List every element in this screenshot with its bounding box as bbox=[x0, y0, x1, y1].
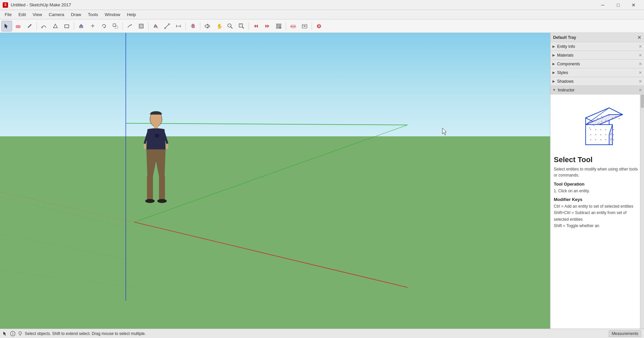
close-button[interactable]: ✕ bbox=[626, 0, 641, 10]
svg-text:i: i bbox=[12, 332, 13, 336]
tool-pushpull[interactable] bbox=[76, 21, 87, 31]
tool-eraser[interactable] bbox=[13, 21, 23, 31]
tool-pencil[interactable] bbox=[24, 21, 35, 31]
materials-arrow: ▶ bbox=[552, 53, 555, 57]
svg-rect-13 bbox=[139, 24, 143, 28]
svg-point-101 bbox=[605, 120, 606, 121]
svg-point-80 bbox=[600, 139, 601, 140]
shadows-label: Shadows bbox=[557, 79, 574, 84]
tool-description: Select entities to modify when using oth… bbox=[554, 166, 641, 178]
tray-section-instructor[interactable]: ▼ Instructor ✕ bbox=[550, 86, 644, 94]
titlebar: S Untitled - SketchUp Make 2017 ─ □ ✕ bbox=[0, 0, 644, 10]
svg-point-91 bbox=[613, 129, 614, 130]
svg-point-87 bbox=[589, 128, 590, 129]
materials-label: Materials bbox=[557, 53, 574, 58]
tool-scale[interactable] bbox=[110, 21, 121, 31]
tool-ruby[interactable]: R bbox=[314, 21, 324, 31]
menu-view[interactable]: View bbox=[29, 11, 45, 18]
tool-followme[interactable] bbox=[124, 21, 135, 31]
tray-section-entity-info[interactable]: ▶ Entity Info ✕ bbox=[550, 42, 644, 51]
styles-label: Styles bbox=[557, 70, 568, 75]
materials-close[interactable]: ✕ bbox=[639, 53, 642, 58]
svg-marker-34 bbox=[267, 24, 269, 28]
svg-point-69 bbox=[595, 129, 596, 130]
svg-point-24 bbox=[205, 25, 210, 27]
svg-line-29 bbox=[242, 27, 244, 28]
svg-point-71 bbox=[605, 129, 606, 130]
tool-title: Select Tool bbox=[554, 155, 641, 164]
tool-zoom-window[interactable] bbox=[236, 21, 247, 31]
instructor-close[interactable]: ✕ bbox=[639, 88, 642, 92]
styles-close[interactable]: ✕ bbox=[639, 70, 642, 75]
menu-file[interactable]: File bbox=[1, 11, 15, 18]
svg-point-108 bbox=[19, 332, 21, 334]
tool-move[interactable]: ✛ bbox=[87, 21, 98, 31]
tool-operation-title: Tool Operation bbox=[554, 182, 641, 187]
house-illustration bbox=[566, 98, 629, 151]
tray-section-shadows[interactable]: ▶ Shadows ✕ bbox=[550, 77, 644, 86]
components-label: Components bbox=[557, 62, 580, 66]
menu-draw[interactable]: Draw bbox=[68, 11, 85, 18]
svg-line-27 bbox=[231, 27, 232, 28]
svg-point-68 bbox=[590, 129, 591, 130]
tool-orbit[interactable] bbox=[202, 21, 213, 31]
tool-arc[interactable] bbox=[39, 21, 49, 31]
entity-info-close[interactable]: ✕ bbox=[639, 44, 642, 49]
tool-rectangle[interactable] bbox=[61, 21, 72, 31]
components-arrow: ▶ bbox=[552, 62, 555, 66]
tool-shapes[interactable] bbox=[50, 21, 61, 31]
tool-select[interactable] bbox=[1, 21, 12, 31]
tool-tape[interactable] bbox=[162, 21, 172, 31]
components-close[interactable]: ✕ bbox=[639, 62, 642, 66]
tool-standard-views[interactable] bbox=[273, 21, 284, 31]
tray-section-components[interactable]: ▶ Components ✕ bbox=[550, 60, 644, 68]
tray-scrollbar[interactable] bbox=[640, 94, 644, 329]
tray-section-materials[interactable]: ▶ Materials ✕ bbox=[550, 51, 644, 60]
svg-point-60 bbox=[145, 199, 155, 203]
tool-offset[interactable] bbox=[136, 21, 147, 31]
tool-rotate[interactable] bbox=[99, 21, 109, 31]
svg-point-76 bbox=[605, 134, 606, 135]
tool-nextview[interactable] bbox=[262, 21, 273, 31]
tool-pan[interactable]: ✋ bbox=[213, 21, 224, 31]
tool-dimension[interactable] bbox=[173, 21, 184, 31]
tray-header-close[interactable]: ✕ bbox=[637, 35, 641, 40]
status-arrow-icon bbox=[3, 331, 8, 336]
svg-point-94 bbox=[610, 138, 611, 139]
minimize-button[interactable]: ─ bbox=[595, 0, 610, 10]
tool-section[interactable] bbox=[288, 21, 299, 31]
tool-text[interactable]: A bbox=[150, 21, 161, 31]
maximize-button[interactable]: □ bbox=[610, 0, 626, 10]
svg-point-78 bbox=[590, 139, 591, 140]
main-area: Default Tray ✕ ▶ Entity Info ✕ ▶ Materia… bbox=[0, 33, 644, 329]
shadows-close[interactable]: ✕ bbox=[639, 79, 642, 84]
svg-point-75 bbox=[600, 134, 601, 135]
separator-7 bbox=[249, 22, 249, 30]
svg-point-3 bbox=[41, 27, 43, 28]
viewport[interactable] bbox=[0, 33, 550, 329]
status-text: Select objects. Shift to extend select. … bbox=[25, 331, 146, 336]
menu-tools[interactable]: Tools bbox=[85, 11, 101, 18]
tool-prevview[interactable] bbox=[251, 21, 261, 31]
statusbar: i Select objects. Shift to extend select… bbox=[0, 329, 644, 338]
svg-point-86 bbox=[601, 116, 602, 117]
tool-zoom[interactable] bbox=[225, 21, 235, 31]
menu-help[interactable]: Help bbox=[124, 11, 140, 18]
svg-line-17 bbox=[165, 24, 169, 28]
tool-addscene[interactable] bbox=[299, 21, 310, 31]
instructor-content: Select Tool Select entities to modify wh… bbox=[550, 94, 644, 329]
svg-rect-14 bbox=[140, 25, 142, 27]
scrollbar-thumb[interactable] bbox=[641, 94, 644, 108]
svg-point-18 bbox=[164, 27, 166, 29]
shadows-arrow: ▶ bbox=[552, 79, 555, 83]
menu-edit[interactable]: Edit bbox=[15, 11, 29, 18]
titlebar-left: S Untitled - SketchUp Make 2017 bbox=[3, 2, 71, 8]
menu-window[interactable]: Window bbox=[101, 11, 123, 18]
svg-point-100 bbox=[598, 123, 599, 124]
menubar: File Edit View Camera Draw Tools Window … bbox=[0, 10, 644, 19]
svg-point-90 bbox=[601, 121, 602, 122]
tool-image bbox=[554, 98, 641, 151]
tray-section-styles[interactable]: ▶ Styles ✕ bbox=[550, 68, 644, 77]
tool-paint[interactable] bbox=[187, 21, 198, 31]
menu-camera[interactable]: Camera bbox=[45, 11, 67, 18]
